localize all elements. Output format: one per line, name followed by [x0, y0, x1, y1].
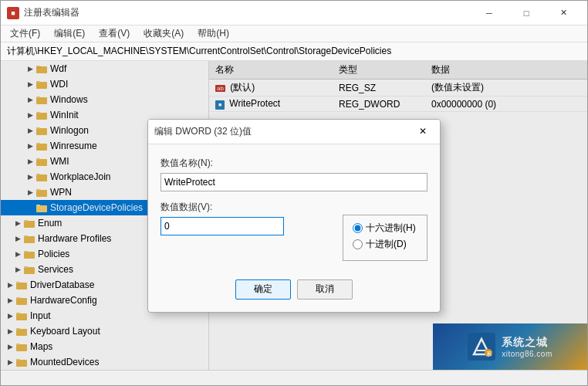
modal-footer: 确定 取消 — [148, 273, 440, 312]
modal-body: 数值名称(N): 数值数据(V): 十六进制(H) — [148, 144, 440, 273]
close-button[interactable]: ✕ — [546, 2, 581, 24]
value-data-input[interactable] — [161, 217, 284, 235]
title-bar: ■ 注册表编辑器 ─ □ ✕ — [1, 1, 587, 25]
menu-view[interactable]: 查看(V) — [93, 25, 136, 42]
menu-edit[interactable]: 编辑(E) — [48, 25, 91, 42]
main-window: ■ 注册表编辑器 ─ □ ✕ 文件(F) 编辑(E) 查看(V) 收藏夹(A) … — [0, 0, 588, 386]
ok-button[interactable]: 确定 — [235, 279, 291, 300]
minimize-button[interactable]: ─ — [471, 2, 507, 24]
modal-title: 编辑 DWORD (32 位)值 — [154, 125, 252, 138]
radio-hex[interactable]: 十六进制(H) — [353, 222, 417, 235]
value-data-row: 数值数据(V): 十六进制(H) 十进 — [161, 201, 427, 261]
value-name-label: 数值名称(N): — [161, 157, 427, 170]
radio-hex-input[interactable] — [353, 223, 363, 233]
value-data-group: 数值数据(V): — [161, 201, 330, 261]
address-bar: 计算机\HKEY_LOCAL_MACHINE\SYSTEM\CurrentCon… — [1, 42, 587, 61]
menu-help[interactable]: 帮助(H) — [191, 25, 235, 42]
address-path: 计算机\HKEY_LOCAL_MACHINE\SYSTEM\CurrentCon… — [7, 45, 391, 58]
modal-close-button[interactable]: ✕ — [412, 122, 434, 141]
value-name-group: 数值名称(N): — [161, 157, 427, 191]
radio-dec[interactable]: 十进制(D) — [353, 238, 417, 251]
main-content: ▶ Wdf ▶ WDI ▶ Windows ▶ — [1, 61, 587, 370]
window-controls: ─ □ ✕ — [471, 2, 581, 24]
menu-favorites[interactable]: 收藏夹(A) — [137, 25, 190, 42]
value-data-label: 数值数据(V): — [161, 201, 330, 214]
value-name-input[interactable] — [161, 173, 427, 191]
edit-dword-dialog: 编辑 DWORD (32 位)值 ✕ 数值名称(N): 数值数据(V): — [147, 119, 441, 313]
radio-group: 十六进制(H) 十进制(D) — [343, 215, 427, 261]
window-title: 注册表编辑器 — [24, 6, 79, 19]
cancel-button[interactable]: 取消 — [297, 279, 353, 300]
maximize-button[interactable]: □ — [509, 2, 544, 24]
radio-hex-label: 十六进制(H) — [366, 222, 416, 235]
radio-dec-input[interactable] — [353, 239, 363, 249]
app-icon: ■ — [7, 7, 19, 19]
modal-title-bar: 编辑 DWORD (32 位)值 ✕ — [148, 120, 440, 144]
radio-dec-label: 十进制(D) — [366, 238, 407, 251]
status-bar — [1, 370, 587, 385]
menu-bar: 文件(F) 编辑(E) 查看(V) 收藏夹(A) 帮助(H) — [1, 25, 587, 42]
menu-file[interactable]: 文件(F) — [4, 25, 46, 42]
base-group: 十六进制(H) 十进制(D) — [343, 215, 427, 261]
modal-overlay: 编辑 DWORD (32 位)值 ✕ 数值名称(N): 数值数据(V): — [1, 61, 587, 370]
